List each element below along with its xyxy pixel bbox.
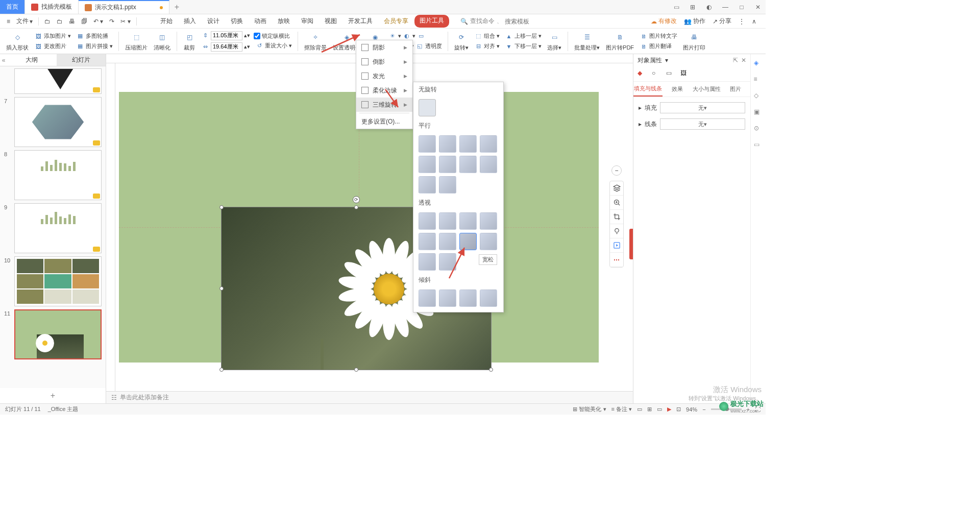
resize-handle-sw[interactable] — [219, 368, 224, 372]
up-layer[interactable]: ▲上移一层▾ — [503, 32, 543, 41]
rotation-preset-none[interactable] — [419, 99, 436, 116]
rotation-preset-parallel-1[interactable] — [419, 135, 436, 153]
rotation-preset-perspective-5[interactable] — [419, 233, 436, 250]
view-sorter-icon[interactable]: ⊞ — [647, 406, 652, 413]
tab-home[interactable]: 首页 — [0, 0, 25, 14]
rotation-preset-oblique-3[interactable] — [459, 289, 477, 307]
close-panel[interactable]: ✕ — [741, 57, 746, 64]
notes-toggle[interactable]: ≡ 备注 ▾ — [611, 405, 632, 413]
tab-fill-line[interactable]: 填充与线条 — [633, 82, 663, 96]
tab-effects[interactable]: 效果 — [663, 82, 692, 96]
add-slide-button[interactable]: + — [0, 388, 106, 403]
user-avatar-icon[interactable]: ◐ — [701, 0, 717, 14]
effects-tool-icon[interactable]: ○ — [652, 69, 661, 79]
menu-reflection[interactable]: 倒影▶ — [356, 55, 412, 69]
zoom-icon[interactable] — [610, 196, 623, 210]
sidebar-shape-icon[interactable]: ◇ — [754, 92, 763, 101]
zoom-out-floating[interactable]: − — [611, 165, 622, 176]
rotation-preset-perspective-8[interactable] — [480, 233, 497, 250]
beautify-button[interactable]: ⊞ 智能美化 ▾ — [573, 405, 606, 413]
tab-animation[interactable]: 动画 — [249, 15, 272, 28]
tab-picture-tools[interactable]: 图片工具 — [414, 15, 449, 28]
resize-handle-w[interactable] — [219, 286, 224, 291]
rotation-preset-parallel-3[interactable] — [459, 135, 477, 153]
rotation-preset-parallel-6[interactable] — [439, 156, 456, 173]
resize-handle-se[interactable] — [489, 368, 493, 372]
remove-bg-group[interactable]: ✧抠除背景 — [302, 31, 329, 52]
print-group[interactable]: 🖶图片打印 — [681, 31, 707, 52]
redo-icon[interactable]: ↷ — [107, 16, 117, 27]
rotation-preset-perspective-6[interactable] — [439, 233, 456, 250]
tab-view[interactable]: 视图 — [320, 15, 342, 28]
tab-design[interactable]: 设计 — [202, 15, 225, 28]
sidebar-location-icon[interactable]: ⊙ — [754, 125, 763, 134]
more-menu[interactable]: ⋮ — [739, 18, 745, 25]
close-button[interactable]: ✕ — [750, 0, 766, 14]
menu-3d-rotation[interactable]: 三维旋转▶ — [356, 98, 412, 112]
menu-shadow[interactable]: 阴影▶ — [356, 40, 412, 55]
rotate-group[interactable]: ⟳旋转▾ — [452, 31, 471, 52]
sidebar-sliders-icon[interactable]: ≡ — [754, 76, 763, 85]
more-icon[interactable]: ⋯ — [610, 253, 623, 267]
tab-transition[interactable]: 切换 — [226, 15, 248, 28]
rotation-preset-perspective-3[interactable] — [459, 212, 477, 230]
share-button[interactable]: ↗ 分享 — [713, 17, 731, 26]
rotation-preset-perspective-4[interactable] — [480, 212, 497, 230]
notes-bar[interactable]: ☷ 单击此处添加备注 — [106, 391, 633, 403]
print-preview-icon[interactable]: 🗐 — [79, 16, 90, 27]
save-as-icon[interactable]: 🗀 — [54, 16, 65, 27]
line-select[interactable]: 无 ▾ — [660, 118, 745, 130]
size-tool-icon[interactable]: ▭ — [666, 69, 675, 79]
multi-outline[interactable]: ▦多图轮播 — [75, 32, 114, 41]
search-box[interactable]: 🔍 查找命令、 — [460, 17, 556, 26]
menu-soft-edge[interactable]: 柔化边缘▶ — [356, 83, 412, 98]
tab-template[interactable]: 找插壳模板 — [25, 0, 79, 14]
menu-more-settings[interactable]: 更多设置(O)... — [356, 114, 412, 129]
tab-size-prop[interactable]: 大小与属性 — [692, 82, 721, 96]
search-input[interactable] — [505, 18, 556, 25]
pdf-group[interactable]: 🗎图片转PDF — [604, 31, 636, 52]
resize-handle-n[interactable] — [354, 205, 358, 209]
format-painter-icon[interactable]: ✂ ▾ — [118, 16, 133, 27]
rotation-preset-perspective-2[interactable] — [439, 212, 456, 230]
rotation-preset-parallel-7[interactable] — [459, 156, 477, 173]
clarity-group[interactable]: ◫清晰化 — [152, 31, 173, 52]
rotation-preset-parallel-9[interactable] — [419, 176, 436, 194]
resize-handle-s[interactable] — [354, 368, 358, 372]
insert-shape-group[interactable]: ◇插入形状 — [4, 31, 31, 52]
save-icon[interactable]: 🗀 — [42, 16, 53, 27]
fill-tool-icon[interactable]: ◆ — [638, 69, 647, 79]
change-picture[interactable]: 🖼更改图片 — [33, 42, 72, 51]
rotation-preset-oblique-1[interactable] — [419, 289, 436, 307]
tab-picture[interactable]: 图片 — [721, 82, 750, 96]
rotation-preset-parallel-4[interactable] — [480, 135, 497, 153]
width-input[interactable] — [211, 42, 242, 52]
rotation-preset-parallel-10[interactable] — [439, 176, 456, 194]
zoom-out-icon[interactable]: − — [702, 406, 705, 413]
fill-select[interactable]: 无 ▾ — [660, 102, 745, 113]
menu-glow[interactable]: 发光▶ — [356, 69, 412, 83]
tab-slideshow[interactable]: 放映 — [273, 15, 295, 28]
slide-list[interactable]: 7 8 9 10 11 — [0, 66, 106, 388]
print-icon[interactable]: 🖶 — [66, 16, 78, 27]
tab-dev[interactable]: 开发工具 — [343, 15, 378, 28]
slide-canvas[interactable]: ⟳ — [119, 92, 599, 363]
rotation-preset-perspective-9[interactable] — [419, 253, 436, 271]
tab-review[interactable]: 审阅 — [296, 15, 318, 28]
play-icon[interactable] — [610, 238, 623, 253]
sidebar-screen-icon[interactable]: ▭ — [754, 141, 763, 150]
crop-tool-icon[interactable] — [610, 210, 623, 224]
select-group[interactable]: ▭选择▾ — [545, 31, 564, 52]
collapse-panel[interactable]: « — [0, 54, 7, 66]
outline-tab[interactable]: 大纲 — [7, 54, 57, 66]
brightness[interactable]: ☀▾ ◐▾ ▭ — [387, 32, 444, 41]
slide-thumbnail-11[interactable]: 11 — [4, 309, 102, 359]
pic-translate[interactable]: 🗎图片翻译 — [638, 42, 679, 51]
tab-document[interactable]: 演示文稿1.pptx — [79, 0, 169, 14]
view-slideshow-icon[interactable]: ▶ — [667, 406, 671, 413]
file-menu[interactable]: 文件 ▾ — [14, 15, 35, 27]
tab-add[interactable]: + — [169, 3, 184, 12]
sidebar-select-icon[interactable]: ◈ — [754, 59, 763, 68]
align[interactable]: ⊟对齐▾ — [473, 42, 501, 51]
rotation-preset-oblique-2[interactable] — [439, 289, 456, 307]
